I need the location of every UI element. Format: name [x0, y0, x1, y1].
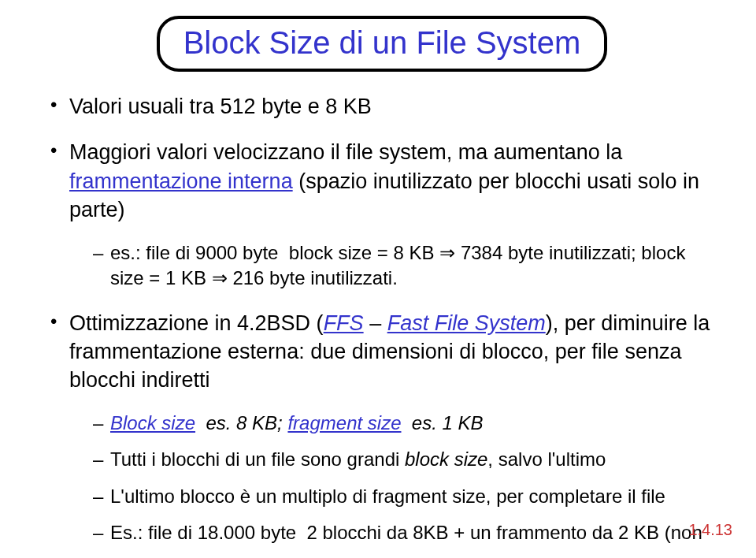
fast-file-system-link: Fast File System: [387, 311, 546, 335]
page-number: 1.4.13: [688, 521, 732, 539]
bullet-3-sub-4-text: Es.: file di 18.000 byte ­ 2 blocchi da …: [110, 522, 702, 543]
bullet-3-dash: –: [364, 311, 387, 335]
bullet-3-sub-2: Tutti i blocchi di un file sono grandi b…: [93, 447, 717, 472]
bullet-1-text: Valori usuali tra 512 byte e 8 KB: [69, 95, 372, 118]
bullet-3-sub-2-c: , salvo l'ultimo: [487, 448, 606, 470]
ffs-abbrev: FFS: [324, 311, 364, 335]
bullet-3-sub-3-text: L'ultimo blocco è un multiplo di fragmen…: [110, 485, 665, 507]
bullet-3-sub-4: Es.: file di 18.000 byte ­ 2 blocchi da …: [93, 520, 717, 545]
bullet-2-sublist: es.: file di 9000 byte ­ block size = 8 …: [69, 240, 717, 292]
fragment-size-term: fragment size: [287, 412, 401, 433]
bullet-1: Valori usuali tra 512 byte e 8 KB: [47, 92, 717, 121]
title-box: Block Size di un File System: [157, 16, 608, 72]
block-size-term: Block size: [110, 412, 195, 433]
bullet-3-sublist: Block size ­ es. 8 KB; fragment size ­ e…: [69, 411, 717, 546]
bullet-2-sub-1-text: es.: file di 9000 byte ­ block size = 8 …: [110, 242, 685, 288]
slide-title: Block Size di un File System: [183, 25, 581, 60]
frammentazione-interna-link: frammentazione interna: [69, 169, 293, 193]
slide: Block Size di un File System Valori usua…: [0, 0, 756, 558]
block-size-italic: block size: [405, 448, 487, 470]
bullet-3-sub-1: Block size ­ es. 8 KB; fragment size ­ e…: [93, 411, 717, 436]
bullet-2-sub-1: es.: file di 9000 byte ­ block size = 8 …: [93, 240, 717, 292]
bullet-3-sub-3: L'ultimo blocco è un multiplo di fragmen…: [93, 484, 717, 509]
bullet-list: Valori usuali tra 512 byte e 8 KB Maggio…: [47, 92, 717, 545]
bullet-3-sub-2-a: Tutti i blocchi di un file sono grandi: [110, 448, 405, 470]
bullet-2-pre: Maggiori valori velocizzano il file syst…: [69, 140, 622, 164]
bullet-3-pre: Ottimizzazione in 4.2BSD (: [69, 311, 324, 335]
bullet-3-sub-1-mid: ­ es. 8 KB;: [195, 412, 287, 433]
bullet-2: Maggiori valori velocizzano il file syst…: [47, 138, 717, 291]
bullet-3: Ottimizzazione in 4.2BSD (FFS – Fast Fil…: [47, 309, 717, 546]
bullet-3-sub-1-end: ­ es. 1 KB: [402, 412, 484, 433]
